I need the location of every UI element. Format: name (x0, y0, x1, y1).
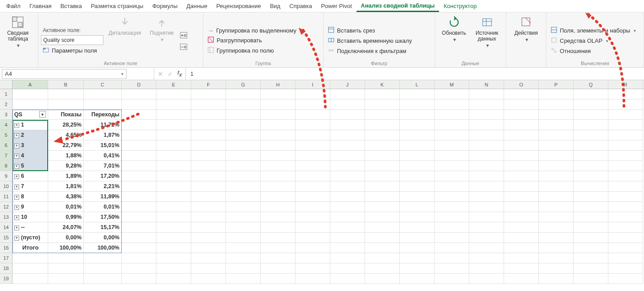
cell-G10[interactable] (226, 181, 261, 192)
row-header-9[interactable]: 9 (0, 171, 12, 181)
cell-R12[interactable] (608, 202, 643, 212)
tab-рецензирование[interactable]: Рецензирование (212, 1, 265, 11)
cell-L10[interactable] (400, 181, 435, 192)
tab-анализ-сводной-таблицы[interactable]: Анализ сводной таблицы (357, 0, 439, 12)
tab-вставка[interactable]: Вставка (56, 1, 86, 11)
cell-M18[interactable] (435, 263, 469, 274)
cell-J3[interactable] (330, 110, 365, 120)
cell-E11[interactable] (156, 192, 191, 202)
cell-Q12[interactable] (574, 202, 608, 212)
cell-I7[interactable] (295, 151, 330, 161)
select-all-corner[interactable] (0, 80, 12, 89)
cell-J12[interactable] (330, 202, 365, 212)
fx-icon[interactable]: fx (177, 70, 182, 78)
cell-J17[interactable] (330, 253, 365, 263)
cell-C17[interactable] (84, 253, 122, 263)
cell-M9[interactable] (435, 171, 469, 181)
row-header-3[interactable]: 3 (0, 110, 12, 120)
cell-F1[interactable] (191, 89, 226, 99)
cell-P1[interactable] (539, 89, 574, 99)
cell-K3[interactable] (365, 110, 400, 120)
col-header-C[interactable]: C (84, 80, 122, 89)
cell-C15[interactable]: 0,00% (84, 233, 122, 243)
cell-B17[interactable] (48, 253, 84, 263)
col-header-F[interactable]: F (191, 80, 226, 89)
cell-E17[interactable] (156, 253, 191, 263)
cell-N15[interactable] (469, 233, 504, 243)
tab-главная[interactable]: Главная (25, 1, 56, 11)
tab-разметка-страницы[interactable]: Разметка страницы (86, 1, 148, 11)
cell-C18[interactable] (84, 263, 122, 274)
cell-H11[interactable] (261, 192, 295, 202)
tab-файл[interactable]: Файл (2, 1, 25, 11)
cell-H3[interactable] (261, 110, 295, 120)
cell-H1[interactable] (261, 89, 295, 99)
row-header-1[interactable]: 1 (0, 89, 12, 99)
cell-P15[interactable] (539, 233, 574, 243)
cell-L13[interactable] (400, 212, 435, 222)
cell-F17[interactable] (191, 253, 226, 263)
group-selection-button[interactable]: →Группировка по выделенному (206, 26, 298, 35)
cell-D17[interactable] (122, 253, 156, 263)
cell-B15[interactable]: 0,00% (48, 233, 84, 243)
cell-K10[interactable] (365, 181, 400, 192)
row-header-2[interactable]: 2 (0, 99, 12, 110)
cell-O1[interactable] (504, 89, 539, 99)
cell-O12[interactable] (504, 202, 539, 212)
cell-J19[interactable] (330, 274, 365, 284)
cell-M14[interactable] (435, 222, 469, 233)
cell-H13[interactable] (261, 212, 295, 222)
cell-N8[interactable] (469, 161, 504, 171)
cell-M16[interactable] (435, 243, 469, 253)
cell-E7[interactable] (156, 151, 191, 161)
col-header-J[interactable]: J (330, 80, 365, 89)
cell-A5[interactable]: +2 (12, 130, 48, 140)
cell-M12[interactable] (435, 202, 469, 212)
cell-J16[interactable] (330, 243, 365, 253)
cell-G9[interactable] (226, 171, 261, 181)
cell-B2[interactable] (48, 99, 84, 110)
cell-H4[interactable] (261, 120, 295, 130)
cell-D16[interactable] (122, 243, 156, 253)
cell-F10[interactable] (191, 181, 226, 192)
cell-D1[interactable] (122, 89, 156, 99)
cell-L17[interactable] (400, 253, 435, 263)
expand-icon[interactable]: + (14, 236, 19, 241)
cell-R1[interactable] (608, 89, 643, 99)
cell-L11[interactable] (400, 192, 435, 202)
col-header-Q[interactable]: Q (574, 80, 608, 89)
cell-I1[interactable] (295, 89, 330, 99)
col-header-D[interactable]: D (122, 80, 156, 89)
cell-B4[interactable]: 28,25% (48, 120, 84, 130)
cell-H5[interactable] (261, 130, 295, 140)
row-header-7[interactable]: 7 (0, 151, 12, 161)
tab-формулы[interactable]: Формулы (148, 1, 182, 11)
cell-P8[interactable] (539, 161, 574, 171)
cell-J14[interactable] (330, 222, 365, 233)
cell-P16[interactable] (539, 243, 574, 253)
row-header-8[interactable]: 8 (0, 161, 12, 171)
col-header-G[interactable]: G (226, 80, 261, 89)
cell-B18[interactable] (48, 263, 84, 274)
cell-R11[interactable] (608, 192, 643, 202)
cell-D13[interactable] (122, 212, 156, 222)
cell-P14[interactable] (539, 222, 574, 233)
cell-G6[interactable] (226, 140, 261, 151)
cell-J2[interactable] (330, 99, 365, 110)
cell-I6[interactable] (295, 140, 330, 151)
cell-J7[interactable] (330, 151, 365, 161)
cell-L2[interactable] (400, 99, 435, 110)
cell-F3[interactable] (191, 110, 226, 120)
field-params-button[interactable]: Параметры поля (41, 46, 103, 55)
cell-D12[interactable] (122, 202, 156, 212)
cell-A9[interactable]: +6 (12, 171, 48, 181)
cell-P18[interactable] (539, 263, 574, 274)
cell-R5[interactable] (608, 130, 643, 140)
cell-L9[interactable] (400, 171, 435, 181)
cell-C8[interactable]: 7,01% (84, 161, 122, 171)
cell-N3[interactable] (469, 110, 504, 120)
cell-A6[interactable]: +3 (12, 140, 48, 151)
cell-H7[interactable] (261, 151, 295, 161)
cell-C16[interactable]: 100,00% (84, 243, 122, 253)
cell-P9[interactable] (539, 171, 574, 181)
